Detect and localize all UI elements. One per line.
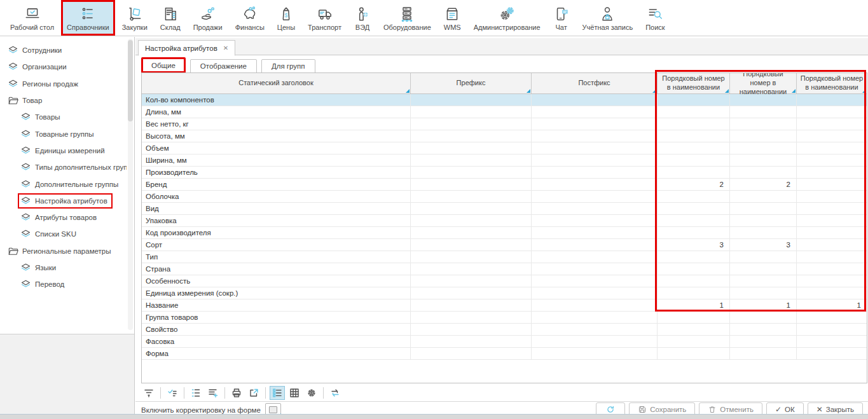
- toolbar-item-search[interactable]: Поиск: [640, 0, 670, 36]
- cell-postfix[interactable]: [532, 167, 658, 178]
- cell-num1[interactable]: [658, 275, 730, 287]
- cell-prefix[interactable]: [411, 275, 532, 287]
- cell-postfix[interactable]: [532, 179, 658, 190]
- subtab-1[interactable]: Общие: [141, 57, 186, 73]
- toolbar-item-transport[interactable]: Транспорт: [302, 0, 347, 36]
- cell-label[interactable]: Вес нетто, кг: [142, 118, 411, 130]
- cell-num1[interactable]: [658, 348, 730, 359]
- cell-num2[interactable]: [730, 227, 797, 238]
- table-row[interactable]: Высота, мм: [142, 130, 867, 142]
- cell-postfix[interactable]: [532, 191, 658, 202]
- add-row-icon[interactable]: [205, 386, 221, 400]
- cell-postfix[interactable]: [532, 287, 658, 299]
- toolbar-item-wms[interactable]: WMS: [438, 0, 467, 36]
- cell-num1[interactable]: [658, 263, 730, 275]
- cell-num1[interactable]: [658, 251, 730, 263]
- cell-prefix[interactable]: [411, 94, 532, 106]
- cell-label[interactable]: Группа товаров: [142, 312, 411, 323]
- cell-num2[interactable]: [730, 142, 797, 154]
- cell-prefix[interactable]: [411, 251, 532, 263]
- sidebar-item-8[interactable]: Типы дополнительных групп: [0, 159, 127, 175]
- cell-num1[interactable]: [658, 336, 730, 347]
- subtab-3[interactable]: Для групп: [261, 59, 315, 73]
- column-header-3[interactable]: Постфикс: [532, 73, 658, 93]
- sidebar-item-15[interactable]: Перевод: [0, 276, 127, 292]
- cell-num2[interactable]: 2: [730, 179, 797, 190]
- cell-postfix[interactable]: [532, 203, 658, 214]
- cell-label[interactable]: Кол-во компонентов: [142, 94, 411, 106]
- cell-num2[interactable]: [730, 287, 797, 299]
- cell-num2[interactable]: 1: [730, 299, 797, 311]
- cell-num3[interactable]: [797, 203, 867, 214]
- cell-num2[interactable]: 3: [730, 239, 797, 251]
- cell-label[interactable]: Код производителя: [142, 227, 411, 238]
- cell-num2[interactable]: [730, 130, 797, 142]
- grid-view-icon[interactable]: [287, 386, 302, 400]
- scrollbar-thumb[interactable]: [128, 40, 133, 121]
- cell-num2[interactable]: [730, 106, 797, 118]
- toolbar-item-warehouse[interactable]: Склад: [155, 0, 186, 36]
- cell-num2[interactable]: [730, 251, 797, 263]
- cell-postfix[interactable]: [532, 336, 658, 347]
- cell-num1[interactable]: [658, 130, 730, 142]
- cell-label[interactable]: Тип: [142, 251, 411, 263]
- cell-prefix[interactable]: [411, 312, 532, 323]
- cell-postfix[interactable]: [532, 263, 658, 275]
- cell-postfix[interactable]: [532, 227, 658, 238]
- sidebar-item-10[interactable]: Настройка атрибутов: [0, 193, 127, 209]
- cell-num3[interactable]: [797, 94, 867, 106]
- sidebar-item-14[interactable]: Языки: [0, 259, 127, 276]
- cell-postfix[interactable]: [532, 275, 658, 287]
- cell-prefix[interactable]: [411, 130, 532, 142]
- sidebar-item-13[interactable]: Региональные параметры: [0, 243, 127, 259]
- cell-label[interactable]: Вид: [142, 203, 411, 214]
- table-row[interactable]: Бренд22: [142, 179, 867, 191]
- cell-num2[interactable]: [730, 203, 797, 214]
- cell-prefix[interactable]: [411, 179, 532, 190]
- filter-icon[interactable]: [141, 386, 156, 400]
- sidebar-item-1[interactable]: Сотрудники: [0, 42, 127, 58]
- cell-prefix[interactable]: [411, 324, 532, 335]
- cell-num2[interactable]: [730, 336, 797, 347]
- toolbar-item-admin[interactable]: Администрирование: [468, 0, 546, 36]
- cell-num3[interactable]: [797, 275, 867, 287]
- table-row[interactable]: Вес нетто, кг: [142, 118, 867, 130]
- cell-prefix[interactable]: [411, 167, 532, 178]
- table-row[interactable]: Единица измерения (сокр.): [142, 287, 867, 299]
- sidebar-item-3[interactable]: Регионы продаж: [0, 76, 127, 92]
- cell-num1[interactable]: [658, 287, 730, 299]
- cell-postfix[interactable]: [532, 251, 658, 263]
- cell-num3[interactable]: [797, 130, 867, 142]
- cell-num3[interactable]: [797, 287, 867, 299]
- cell-postfix[interactable]: [532, 215, 658, 226]
- toolbar-item-equipment[interactable]: Оборудование: [378, 0, 437, 36]
- cell-num1[interactable]: [658, 142, 730, 154]
- cell-prefix[interactable]: [411, 106, 532, 118]
- tab-attribute-settings[interactable]: Настройка атрибутов ✕: [138, 40, 235, 56]
- cell-num1[interactable]: [658, 106, 730, 118]
- cell-num3[interactable]: [797, 227, 867, 238]
- cell-num2[interactable]: [730, 312, 797, 323]
- cell-label[interactable]: Упаковка: [142, 215, 411, 226]
- cell-label[interactable]: Объем: [142, 142, 411, 154]
- subtab-2[interactable]: Отображение: [190, 59, 257, 73]
- column-header-6[interactable]: Порядковый номер в наименовании: [797, 73, 867, 93]
- toolbar-item-chat[interactable]: Чат: [548, 0, 575, 36]
- cell-num1[interactable]: [658, 191, 730, 202]
- sidebar-item-9[interactable]: Дополнительные группы: [0, 175, 127, 192]
- cell-num3[interactable]: [797, 312, 867, 323]
- cell-num3[interactable]: [797, 263, 867, 275]
- cell-num3[interactable]: [797, 155, 867, 166]
- table-row[interactable]: Ширина, мм: [142, 155, 867, 167]
- cell-label[interactable]: Название: [142, 299, 411, 311]
- sidebar-scrollbar[interactable]: [128, 39, 133, 330]
- cell-num3[interactable]: [797, 239, 867, 251]
- cell-num2[interactable]: [730, 215, 797, 226]
- cell-postfix[interactable]: [532, 155, 658, 166]
- table-row[interactable]: Название111: [142, 299, 867, 312]
- table-row[interactable]: Длина, мм: [142, 106, 867, 118]
- cell-postfix[interactable]: [532, 324, 658, 335]
- cell-num2[interactable]: [730, 275, 797, 287]
- table-row[interactable]: Производитель: [142, 167, 867, 179]
- cell-prefix[interactable]: [411, 239, 532, 251]
